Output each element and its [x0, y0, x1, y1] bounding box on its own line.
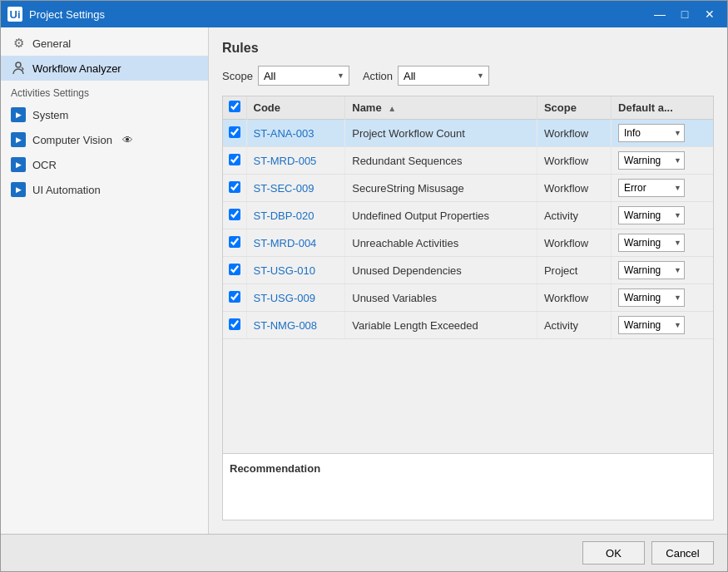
- table-row: ST-SEC-009 SecureString Misusage Workflo…: [223, 175, 713, 202]
- row-checkbox-cell-1: [223, 147, 246, 175]
- workflow-icon: [11, 61, 26, 76]
- row-name-6: Unused Variables: [345, 284, 537, 312]
- sidebar-item-general[interactable]: General: [1, 31, 208, 56]
- project-settings-window: Ui Project Settings — □ ✕ General: [0, 0, 728, 572]
- row-action-1: InfoWarningError: [612, 147, 713, 175]
- header-code: Code: [246, 96, 345, 120]
- action-select-3[interactable]: InfoWarningError: [618, 206, 685, 224]
- header-name[interactable]: Name ▲: [345, 96, 537, 120]
- row-checkbox-cell-2: [223, 175, 246, 202]
- footer: OK Cancel: [1, 534, 727, 571]
- row-scope-0: Workflow: [537, 120, 611, 147]
- sidebar-item-computer-vision-label: Computer Vision: [32, 134, 112, 146]
- code-link-4[interactable]: ST-MRD-004: [254, 237, 317, 249]
- window-title: Project Settings: [29, 8, 649, 21]
- scope-select[interactable]: All Workflow Activity Project: [258, 66, 349, 86]
- row-name-4: Unreachable Activities: [345, 229, 537, 257]
- row-checkbox-cell-3: [223, 202, 246, 229]
- row-checkbox-1[interactable]: [229, 154, 240, 165]
- ok-button[interactable]: OK: [582, 541, 645, 565]
- action-select-wrapper-1: InfoWarningError: [618, 151, 685, 170]
- sidebar-item-workflow-analyzer-label: Workflow Analyzer: [32, 62, 121, 75]
- row-checkbox-7[interactable]: [229, 318, 240, 330]
- header-default-action: Default a...: [612, 96, 713, 120]
- table-header-row: Code Name ▲ Scope Default a...: [223, 96, 713, 120]
- sidebar-item-workflow-analyzer[interactable]: Workflow Analyzer: [1, 56, 208, 81]
- sidebar-item-ui-automation[interactable]: UI Automation: [1, 177, 208, 202]
- sort-arrow-name: ▲: [388, 104, 396, 113]
- sidebar-item-ocr-label: OCR: [32, 159, 57, 171]
- row-scope-3: Activity: [537, 202, 611, 229]
- action-select-1[interactable]: InfoWarningError: [618, 151, 685, 170]
- row-action-2: InfoWarningError: [612, 175, 713, 202]
- row-code-7: ST-NMG-008: [246, 312, 345, 339]
- sidebar-item-ocr[interactable]: OCR: [1, 152, 208, 177]
- main-layout: General Workflow Analyzer Activities Set…: [1, 27, 727, 534]
- eye-icon: 👁: [122, 134, 133, 146]
- action-select-0[interactable]: InfoWarningError: [618, 124, 685, 142]
- select-all-checkbox[interactable]: [229, 101, 240, 112]
- table-row: ST-ANA-003 Project Workflow Count Workfl…: [223, 120, 713, 147]
- table-wrapper[interactable]: Code Name ▲ Scope Default a... ST-: [223, 96, 713, 453]
- ui-automation-icon: [11, 182, 26, 197]
- action-select-2[interactable]: InfoWarningError: [618, 179, 685, 197]
- row-action-3: InfoWarningError: [612, 202, 713, 229]
- row-scope-1: Workflow: [537, 147, 611, 175]
- code-link-6[interactable]: ST-USG-009: [254, 292, 315, 304]
- action-select-wrapper-0: InfoWarningError: [618, 124, 685, 142]
- row-action-0: InfoWarningError: [612, 120, 713, 147]
- main-panel: Rules Scope All Workflow Activity Projec…: [209, 27, 727, 534]
- row-scope-6: Workflow: [537, 284, 611, 312]
- action-select[interactable]: All Error Warning Info: [398, 66, 489, 86]
- code-link-2[interactable]: ST-SEC-009: [254, 182, 314, 195]
- header-checkbox-cell: [223, 96, 246, 120]
- action-select-7[interactable]: InfoWarningError: [618, 316, 685, 334]
- row-checkbox-6[interactable]: [229, 291, 240, 303]
- app-icon: Ui: [7, 7, 22, 22]
- minimize-button[interactable]: —: [649, 6, 671, 22]
- rules-table: Code Name ▲ Scope Default a... ST-: [223, 96, 713, 339]
- ocr-icon: [11, 157, 26, 172]
- row-checkbox-3[interactable]: [229, 209, 240, 220]
- action-select-5[interactable]: InfoWarningError: [618, 261, 685, 279]
- scope-label: Scope: [222, 70, 253, 82]
- action-select-4[interactable]: InfoWarningError: [618, 234, 685, 252]
- gear-icon: [11, 36, 26, 51]
- code-link-5[interactable]: ST-USG-010: [254, 264, 315, 277]
- sidebar-item-system[interactable]: System: [1, 102, 208, 127]
- row-checkbox-cell-4: [223, 229, 246, 257]
- code-link-1[interactable]: ST-MRD-005: [254, 155, 317, 167]
- code-link-0[interactable]: ST-ANA-003: [254, 127, 314, 140]
- title-bar: Ui Project Settings — □ ✕: [1, 1, 727, 27]
- row-code-3: ST-DBP-020: [246, 202, 345, 229]
- row-name-1: Redundant Sequences: [345, 147, 537, 175]
- action-select-wrapper-7: InfoWarningError: [618, 316, 685, 334]
- row-scope-7: Activity: [537, 312, 611, 339]
- action-select-wrapper-4: InfoWarningError: [618, 234, 685, 252]
- row-scope-5: Project: [537, 257, 611, 284]
- code-link-7[interactable]: ST-NMG-008: [254, 319, 318, 332]
- sidebar: General Workflow Analyzer Activities Set…: [1, 27, 209, 534]
- cancel-button[interactable]: Cancel: [651, 541, 714, 565]
- action-filter-group: Action All Error Warning Info: [363, 66, 489, 86]
- activities-settings-header: Activities Settings: [1, 81, 208, 102]
- sidebar-item-general-label: General: [32, 37, 71, 50]
- recommendation-label: Recommendation: [230, 462, 706, 475]
- sidebar-item-system-label: System: [32, 109, 68, 121]
- window-controls: — □ ✕: [649, 6, 721, 22]
- table-row: ST-DBP-020 Undefined Output Properties A…: [223, 202, 713, 229]
- rules-tbody: ST-ANA-003 Project Workflow Count Workfl…: [223, 120, 713, 339]
- row-name-2: SecureString Misusage: [345, 175, 537, 202]
- table-row: ST-USG-009 Unused Variables Workflow Inf…: [223, 284, 713, 312]
- row-checkbox-2[interactable]: [229, 181, 240, 193]
- row-checkbox-5[interactable]: [229, 264, 240, 275]
- close-button[interactable]: ✕: [699, 6, 721, 22]
- sidebar-item-computer-vision[interactable]: Computer Vision 👁: [1, 127, 208, 152]
- code-link-3[interactable]: ST-DBP-020: [254, 210, 314, 222]
- action-select-wrapper-2: InfoWarningError: [618, 179, 685, 197]
- row-checkbox-4[interactable]: [229, 236, 240, 248]
- maximize-button[interactable]: □: [674, 6, 696, 22]
- row-checkbox-0[interactable]: [229, 126, 240, 138]
- action-select-6[interactable]: InfoWarningError: [618, 288, 685, 307]
- system-icon: [11, 107, 26, 122]
